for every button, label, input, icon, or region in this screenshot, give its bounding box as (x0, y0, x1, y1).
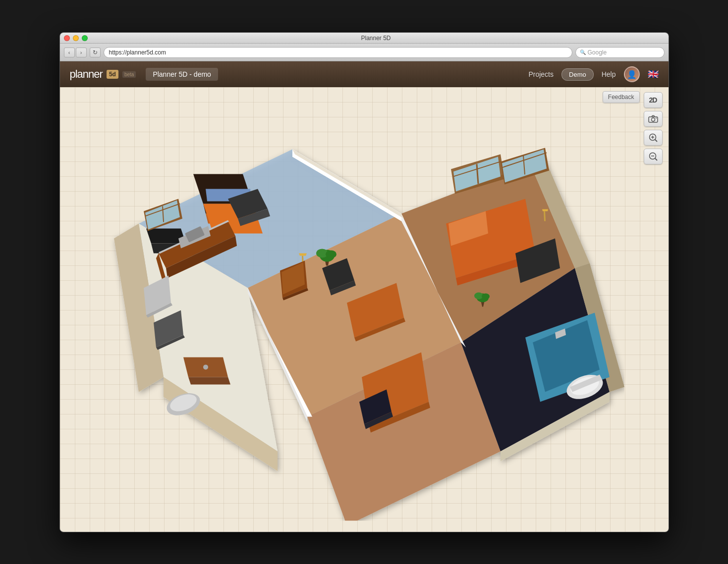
close-button[interactable] (64, 35, 70, 41)
svg-marker-60 (299, 253, 307, 256)
header-nav: Projects Demo Help 👤 🇬🇧 (528, 66, 658, 82)
camera-button[interactable] (644, 111, 663, 127)
nav-help[interactable]: Help (602, 70, 616, 78)
zoom-in-button[interactable] (644, 130, 663, 146)
forward-button[interactable]: › (76, 48, 87, 57)
view-2d-button[interactable]: 2D (644, 92, 663, 108)
mac-window: Planner 5D ‹ › ↻ 🔍 Google planner 5d bet… (59, 32, 669, 532)
url-bar: ‹ › ↻ 🔍 Google (60, 44, 669, 61)
svg-line-9 (655, 158, 657, 160)
svg-point-58 (326, 250, 336, 258)
avatar[interactable]: 👤 (624, 66, 640, 82)
svg-line-6 (655, 140, 657, 142)
beta-badge: beta (122, 71, 136, 78)
floor-plan (104, 114, 624, 520)
project-name[interactable]: Planner 5D - demo (146, 68, 218, 81)
nav-demo[interactable]: Demo (561, 68, 594, 81)
main-content: Feedback 2D (60, 87, 669, 532)
search-icon: 🔍 (580, 50, 586, 55)
url-input[interactable] (104, 47, 572, 58)
traffic-lights (64, 35, 88, 41)
canvas-area[interactable]: Feedback 2D (60, 87, 669, 532)
logo-badge: 5d (107, 70, 118, 79)
zoom-out-button[interactable] (644, 149, 663, 164)
logo-text: planner (70, 68, 103, 81)
svg-marker-74 (542, 209, 548, 211)
language-flag[interactable]: 🇬🇧 (648, 69, 659, 80)
feedback-button[interactable]: Feedback (603, 91, 640, 103)
right-toolbar: 2D (644, 92, 663, 164)
nav-projects[interactable]: Projects (528, 70, 554, 78)
svg-point-72 (482, 293, 490, 299)
svg-point-1 (651, 118, 655, 121)
window-title: Planner 5D (88, 35, 665, 42)
reload-button[interactable]: ↻ (90, 48, 101, 57)
svg-point-48 (203, 364, 208, 369)
nav-buttons: ‹ › (64, 48, 87, 57)
minimize-button[interactable] (73, 35, 79, 41)
app-header: planner 5d beta Planner 5D - demo Projec… (60, 61, 669, 87)
svg-point-2 (656, 118, 657, 119)
search-placeholder: Google (588, 49, 607, 56)
title-bar: Planner 5D (60, 33, 669, 44)
logo-area: planner 5d beta (70, 68, 136, 81)
maximize-button[interactable] (82, 35, 88, 41)
search-box[interactable]: 🔍 Google (575, 47, 665, 58)
back-button[interactable]: ‹ (64, 48, 75, 57)
svg-marker-47 (188, 377, 230, 384)
